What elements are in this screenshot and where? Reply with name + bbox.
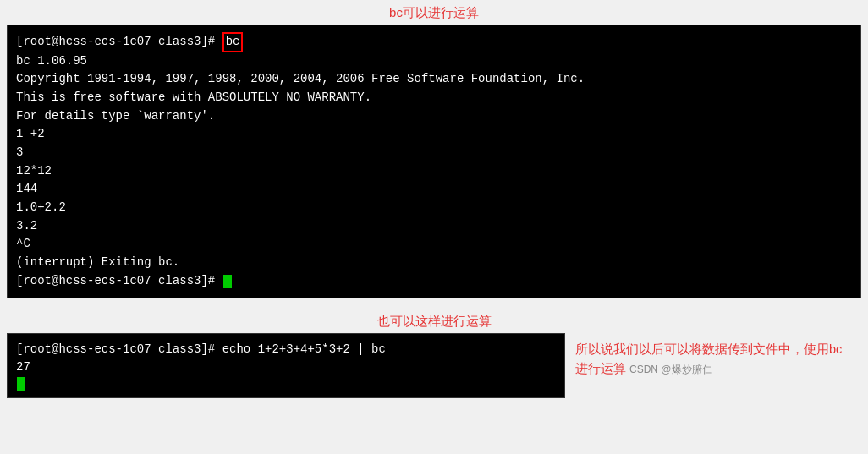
bottom-prompt: [root@hcss-ecs-1c07 class3]# bbox=[16, 341, 222, 359]
terminal-cmd-line: [root@hcss-ecs-1c07 class3]# bc bbox=[16, 32, 852, 52]
cmd-highlight-bc: bc bbox=[222, 32, 244, 52]
terminal-line-12: ^C bbox=[16, 235, 852, 254]
terminal-line-5: For details type `warranty'. bbox=[16, 107, 852, 126]
terminal-line-4: This is free software with ABSOLUTELY NO… bbox=[16, 89, 852, 107]
terminal-line-10: 1.0+2.2 bbox=[16, 199, 852, 217]
terminal-final-prompt: [root@hcss-ecs-1c07 class3]# bbox=[16, 272, 852, 291]
final-prompt-text: [root@hcss-ecs-1c07 class3]# bbox=[16, 272, 222, 291]
bottom-result: 27 bbox=[16, 358, 30, 377]
terminal-line-9: 144 bbox=[16, 180, 852, 199]
terminal-bottom: [root@hcss-ecs-1c07 class3]# echo 1+2+3+… bbox=[7, 333, 565, 398]
spacer bbox=[0, 298, 868, 310]
bottom-cursor bbox=[17, 377, 25, 391]
bottom-result-line: 27 bbox=[16, 358, 556, 377]
terminal-line-7: 3 bbox=[16, 144, 852, 162]
terminal-line-11: 3.2 bbox=[16, 217, 852, 236]
prompt-text: [root@hcss-ecs-1c07 class3]# bbox=[16, 33, 222, 52]
terminal-line-8: 12*12 bbox=[16, 162, 852, 181]
bottom-right-annotation: 所以说我们以后可以将数据传到文件中，使用bc进行运算 CSDN @爆炒腑仁 bbox=[565, 333, 861, 386]
terminal-line-13: (interrupt) Exiting bc. bbox=[16, 254, 852, 272]
bottom-annotation: 也可以这样进行运算 bbox=[0, 310, 868, 333]
bottom-cmd-line: [root@hcss-ecs-1c07 class3]# echo 1+2+3+… bbox=[16, 341, 556, 359]
terminal-line-2: bc 1.06.95 bbox=[16, 52, 852, 71]
csdn-note: CSDN @爆炒腑仁 bbox=[629, 364, 712, 375]
bottom-section: [root@hcss-ecs-1c07 class3]# echo 1+2+3+… bbox=[7, 333, 861, 398]
terminal-cursor bbox=[223, 275, 232, 288]
bottom-cursor-line bbox=[16, 377, 556, 391]
bottom-cmd: echo 1+2+3+4+5*3+2 | bc bbox=[222, 341, 386, 359]
top-annotation: bc可以进行运算 bbox=[0, 0, 868, 25]
terminal-line-6: 1 +2 bbox=[16, 125, 852, 144]
terminal-top: [root@hcss-ecs-1c07 class3]# bc bc 1.06.… bbox=[7, 25, 861, 298]
terminal-line-3: Copyright 1991-1994, 1997, 1998, 2000, 2… bbox=[16, 70, 852, 89]
